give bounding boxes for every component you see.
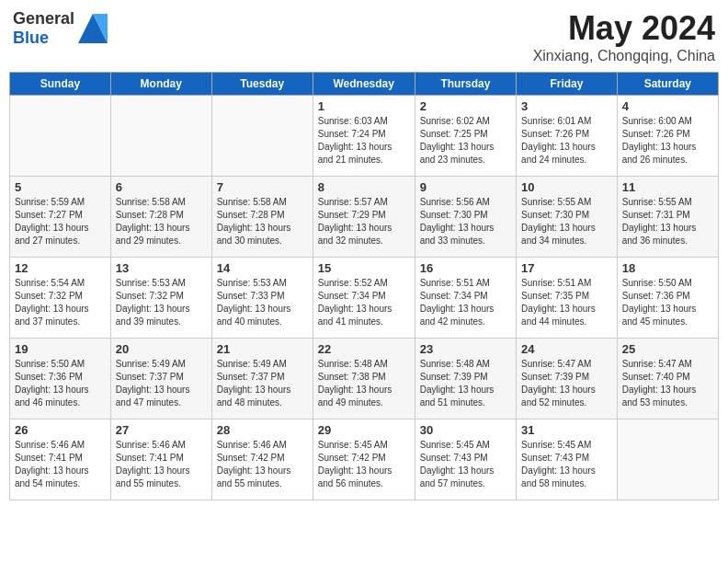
weekday-header-sunday: Sunday [10, 73, 111, 96]
calendar-cell: 30Sunrise: 5:45 AMSunset: 7:43 PMDayligh… [415, 419, 516, 500]
day-info: Sunrise: 5:56 AMSunset: 7:30 PMDaylight:… [420, 196, 511, 247]
calendar-cell: 6Sunrise: 5:58 AMSunset: 7:28 PMDaylight… [110, 177, 211, 258]
day-info: Sunrise: 5:48 AMSunset: 7:39 PMDaylight:… [420, 358, 511, 409]
day-info: Sunrise: 6:02 AMSunset: 7:25 PMDaylight:… [420, 115, 511, 167]
day-info: Sunrise: 5:49 AMSunset: 7:37 PMDaylight:… [217, 358, 308, 409]
calendar-cell: 4Sunrise: 6:00 AMSunset: 7:26 PMDaylight… [617, 96, 718, 177]
calendar-cell: 19Sunrise: 5:50 AMSunset: 7:36 PMDayligh… [10, 339, 111, 419]
day-info: Sunrise: 5:51 AMSunset: 7:34 PMDaylight:… [420, 277, 511, 328]
calendar-cell: 5Sunrise: 5:59 AMSunset: 7:27 PMDaylight… [10, 177, 111, 258]
day-number: 25 [622, 342, 713, 356]
logo: General Blue [13, 9, 108, 48]
calendar-cell: 9Sunrise: 5:56 AMSunset: 7:30 PMDaylight… [415, 177, 516, 258]
day-number: 14 [217, 261, 308, 275]
day-number: 27 [116, 423, 207, 437]
day-info: Sunrise: 5:45 AMSunset: 7:42 PMDaylight:… [318, 439, 410, 490]
day-info: Sunrise: 5:46 AMSunset: 7:41 PMDaylight:… [116, 439, 207, 490]
weekday-header-monday: Monday [110, 73, 211, 96]
weekday-header-row: SundayMondayTuesdayWednesdayThursdayFrid… [10, 73, 719, 96]
day-info: Sunrise: 5:45 AMSunset: 7:43 PMDaylight:… [420, 439, 511, 490]
day-number: 5 [15, 180, 106, 194]
calendar-cell: 10Sunrise: 5:55 AMSunset: 7:30 PMDayligh… [517, 177, 618, 258]
day-number: 18 [622, 261, 713, 275]
calendar-cell: 3Sunrise: 6:01 AMSunset: 7:26 PMDaylight… [517, 96, 618, 177]
day-number: 15 [318, 261, 410, 275]
day-info: Sunrise: 5:55 AMSunset: 7:30 PMDaylight:… [521, 196, 612, 247]
day-number: 20 [116, 342, 207, 356]
calendar-cell [10, 96, 111, 177]
calendar-cell: 7Sunrise: 5:58 AMSunset: 7:28 PMDaylight… [211, 177, 313, 258]
day-number: 16 [420, 261, 511, 275]
calendar-cell: 20Sunrise: 5:49 AMSunset: 7:37 PMDayligh… [110, 339, 211, 419]
day-info: Sunrise: 5:48 AMSunset: 7:38 PMDaylight:… [318, 358, 410, 409]
calendar-cell [617, 419, 718, 500]
calendar-cell: 22Sunrise: 5:48 AMSunset: 7:38 PMDayligh… [313, 339, 415, 419]
calendar-cell: 23Sunrise: 5:48 AMSunset: 7:39 PMDayligh… [415, 339, 516, 419]
day-info: Sunrise: 6:03 AMSunset: 7:24 PMDaylight:… [318, 115, 410, 167]
weekday-header-saturday: Saturday [617, 73, 718, 96]
logo-general: General [13, 9, 74, 28]
day-number: 31 [521, 423, 612, 437]
day-number: 28 [217, 423, 308, 437]
calendar-cell [110, 96, 211, 177]
day-number: 6 [116, 180, 207, 194]
calendar-cell: 21Sunrise: 5:49 AMSunset: 7:37 PMDayligh… [211, 339, 313, 419]
day-info: Sunrise: 6:01 AMSunset: 7:26 PMDaylight:… [521, 115, 612, 167]
logo-icon [78, 14, 108, 43]
day-info: Sunrise: 5:51 AMSunset: 7:35 PMDaylight:… [521, 277, 612, 328]
calendar-cell: 18Sunrise: 5:50 AMSunset: 7:36 PMDayligh… [617, 258, 718, 339]
day-number: 12 [15, 261, 106, 275]
day-number: 10 [521, 180, 612, 194]
week-row-4: 19Sunrise: 5:50 AMSunset: 7:36 PMDayligh… [10, 339, 719, 419]
calendar-cell: 31Sunrise: 5:45 AMSunset: 7:43 PMDayligh… [517, 419, 618, 500]
weekday-header-thursday: Thursday [415, 73, 516, 96]
day-number: 30 [420, 423, 511, 437]
day-info: Sunrise: 5:57 AMSunset: 7:29 PMDaylight:… [318, 196, 410, 247]
week-row-3: 12Sunrise: 5:54 AMSunset: 7:32 PMDayligh… [10, 258, 719, 339]
week-row-5: 26Sunrise: 5:46 AMSunset: 7:41 PMDayligh… [10, 419, 719, 500]
day-info: Sunrise: 5:52 AMSunset: 7:34 PMDaylight:… [318, 277, 410, 328]
day-number: 26 [15, 423, 106, 437]
day-info: Sunrise: 6:00 AMSunset: 7:26 PMDaylight:… [622, 115, 713, 167]
day-info: Sunrise: 5:49 AMSunset: 7:37 PMDaylight:… [116, 358, 207, 409]
calendar-cell: 12Sunrise: 5:54 AMSunset: 7:32 PMDayligh… [10, 258, 111, 339]
calendar-cell: 16Sunrise: 5:51 AMSunset: 7:34 PMDayligh… [415, 258, 516, 339]
day-info: Sunrise: 5:45 AMSunset: 7:43 PMDaylight:… [521, 439, 612, 490]
day-number: 24 [521, 342, 612, 356]
calendar-title: May 2024 [533, 9, 715, 48]
calendar-cell [211, 96, 313, 177]
day-info: Sunrise: 5:53 AMSunset: 7:33 PMDaylight:… [217, 277, 308, 328]
day-number: 4 [622, 99, 713, 113]
calendar-cell: 11Sunrise: 5:55 AMSunset: 7:31 PMDayligh… [617, 177, 718, 258]
day-info: Sunrise: 5:53 AMSunset: 7:32 PMDaylight:… [116, 277, 207, 328]
day-number: 23 [420, 342, 511, 356]
day-number: 7 [217, 180, 308, 194]
week-row-1: 1Sunrise: 6:03 AMSunset: 7:24 PMDaylight… [10, 96, 719, 177]
calendar-location: Xinxiang, Chongqing, China [533, 48, 715, 64]
calendar-cell: 24Sunrise: 5:47 AMSunset: 7:39 PMDayligh… [517, 339, 618, 419]
calendar-cell: 1Sunrise: 6:03 AMSunset: 7:24 PMDaylight… [313, 96, 415, 177]
page-header: General Blue May 2024 Xinxiang, Chongqin… [9, 9, 719, 64]
day-number: 29 [318, 423, 410, 437]
day-info: Sunrise: 5:58 AMSunset: 7:28 PMDaylight:… [217, 196, 308, 247]
day-info: Sunrise: 5:47 AMSunset: 7:40 PMDaylight:… [622, 358, 713, 409]
calendar-cell: 29Sunrise: 5:45 AMSunset: 7:42 PMDayligh… [313, 419, 415, 500]
day-number: 22 [318, 342, 410, 356]
weekday-header-wednesday: Wednesday [313, 73, 415, 96]
calendar-cell: 28Sunrise: 5:46 AMSunset: 7:42 PMDayligh… [211, 419, 313, 500]
weekday-header-tuesday: Tuesday [211, 73, 313, 96]
calendar-cell: 25Sunrise: 5:47 AMSunset: 7:40 PMDayligh… [617, 339, 718, 419]
calendar-cell: 26Sunrise: 5:46 AMSunset: 7:41 PMDayligh… [10, 419, 111, 500]
day-info: Sunrise: 5:54 AMSunset: 7:32 PMDaylight:… [15, 277, 106, 328]
calendar-table: SundayMondayTuesdayWednesdayThursdayFrid… [9, 72, 719, 500]
day-info: Sunrise: 5:55 AMSunset: 7:31 PMDaylight:… [622, 196, 713, 247]
calendar-cell: 8Sunrise: 5:57 AMSunset: 7:29 PMDaylight… [313, 177, 415, 258]
day-number: 11 [622, 180, 713, 194]
day-info: Sunrise: 5:59 AMSunset: 7:27 PMDaylight:… [15, 196, 106, 247]
weekday-header-friday: Friday [517, 73, 618, 96]
day-info: Sunrise: 5:46 AMSunset: 7:42 PMDaylight:… [217, 439, 308, 490]
calendar-cell: 15Sunrise: 5:52 AMSunset: 7:34 PMDayligh… [313, 258, 415, 339]
day-number: 19 [15, 342, 106, 356]
day-number: 2 [420, 99, 511, 113]
week-row-2: 5Sunrise: 5:59 AMSunset: 7:27 PMDaylight… [10, 177, 719, 258]
